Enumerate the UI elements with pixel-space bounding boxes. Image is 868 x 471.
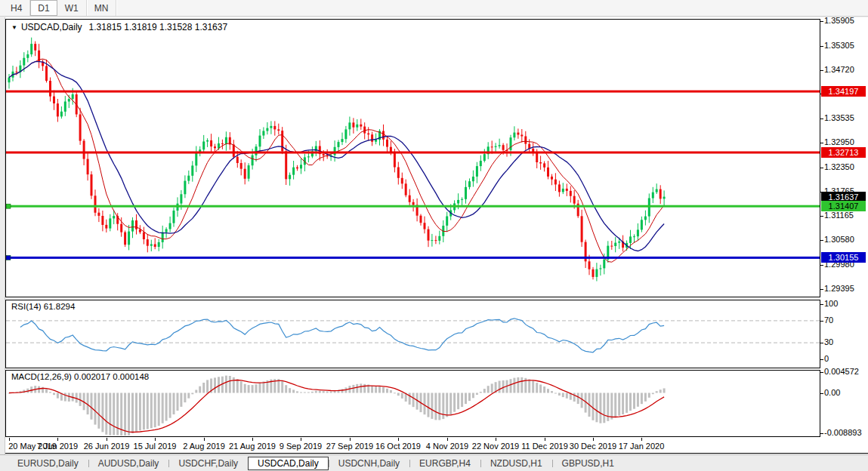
date-axis-tickmark: [301, 438, 301, 441]
date-axis-tickmark: [155, 438, 156, 441]
macd-axis-tickmark: [820, 393, 823, 394]
price-axis-tick: 1.33535: [824, 113, 854, 122]
price-axis-tickmark: [820, 21, 823, 22]
price-axis-tickmark: [820, 265, 823, 266]
date-axis-tickmark: [398, 438, 399, 441]
date-axis-tickmark: [204, 438, 205, 441]
macd-axis-tick: 0.00: [824, 388, 840, 397]
price-axis-tick: 1.30580: [824, 235, 854, 244]
timeframe-button-d1[interactable]: D1: [30, 0, 57, 16]
date-axis-tickmark: [447, 438, 448, 441]
price-axis-tick: 1.29395: [824, 284, 854, 293]
ma-fast-line: [9, 59, 664, 262]
price-axis-tickmark: [820, 240, 823, 241]
timeframe-button-mn[interactable]: MN: [87, 0, 117, 16]
price-axis-tickmark: [820, 119, 823, 119]
chart-tab-usdcad-daily[interactable]: USDCAD,Daily: [248, 457, 329, 470]
price-axis-tickmark: [820, 168, 823, 168]
rsi-label: RSI(14) 61.8294: [11, 302, 75, 311]
timeframe-toolbar: H4D1W1MN: [0, 0, 868, 17]
date-axis-tickmark: [593, 438, 594, 441]
price-axis-tickmark: [820, 46, 823, 47]
price-axis-tickmark: [820, 70, 823, 71]
macd-axis-tickmark: [820, 433, 823, 434]
candlestick-chart[interactable]: [6, 20, 820, 297]
timeframe-button-h4[interactable]: H4: [3, 0, 30, 16]
price-flag-1.30155: 1.30155: [821, 252, 866, 263]
macd-histogram: [8, 376, 666, 436]
price-axis-tickmark: [820, 143, 823, 143]
price-flag-1.32713: 1.32713: [821, 147, 866, 158]
price-axis-tickmark: [820, 216, 823, 217]
date-axis-tickmark: [107, 438, 107, 441]
rsi-axis-tickmark: [820, 343, 823, 343]
chart-title: ▼USDCAD,Daily1.31815 1.31819 1.31528 1.3…: [11, 22, 227, 32]
chart-tab-gbpusd-h1[interactable]: GBPUSD,H1: [552, 457, 624, 470]
macd-label: MACD(12,26,9) 0.002017 0.000148: [11, 372, 149, 381]
main-chart-panel[interactable]: ▼USDCAD,Daily1.31815 1.31819 1.31528 1.3…: [5, 19, 820, 297]
chart-tab-usdcnh-daily[interactable]: USDCNH,Daily: [329, 457, 409, 470]
chart-tab-eurusd-daily[interactable]: EURUSD,Daily: [8, 457, 88, 470]
price-axis-tick: 1.35905: [824, 16, 854, 25]
price-axis-tick: 1.34720: [824, 65, 854, 74]
macd-panel[interactable]: MACD(12,26,9) 0.002017 0.000148: [5, 370, 820, 437]
date-axis-tickmark: [641, 438, 642, 441]
rsi-axis-tick: 0: [824, 354, 829, 363]
price-axis-tick: 1.31165: [824, 211, 854, 220]
date-axis: 20 May 20197 Jun 201926 Jun 201915 Jul 2…: [5, 438, 868, 454]
chart-ohlc-values: 1.31815 1.31819 1.31528 1.31637: [89, 22, 228, 32]
chart-dropdown-icon[interactable]: ▼: [11, 24, 17, 31]
price-axis-tick: 1.35305: [824, 41, 854, 50]
macd-axis-tick: 0.004572: [824, 367, 859, 376]
date-axis-tickmark: [252, 438, 253, 441]
macd-axis-tick: -0.008893: [824, 428, 862, 437]
chart-tab-audusd-daily[interactable]: AUDUSD,Daily: [88, 457, 169, 470]
horizontal-line-1.34197[interactable]: [6, 91, 820, 93]
date-axis-tickmark: [496, 438, 496, 441]
rsi-axis-tickmark: [820, 304, 823, 305]
window-left-border: [0, 17, 5, 454]
rsi-axis-tickmark: [820, 359, 823, 360]
rsi-axis-tick: 30: [824, 337, 833, 346]
horizontal-line-1.30155[interactable]: [6, 255, 820, 260]
date-axis-label: 17 Jan 2020: [611, 442, 672, 451]
price-axis-tickmark: [820, 289, 823, 290]
chart-tab-eurgbp-h4[interactable]: EURGBP,H4: [409, 457, 480, 470]
ma-slow-line: [9, 62, 664, 251]
price-flag-1.34197: 1.34197: [821, 86, 866, 97]
chart-tab-usdchf-daily[interactable]: USDCHF,Daily: [168, 457, 248, 470]
date-axis-tickmark: [350, 438, 351, 441]
rsi-axis-tick: 100: [824, 299, 838, 308]
rsi-axis-tickmark: [820, 321, 823, 322]
date-axis-tickmark: [57, 438, 58, 441]
chart-tab-nzdusd-h1[interactable]: NZDUSD,H1: [480, 457, 552, 470]
price-flag-1.31407: 1.31407: [821, 201, 866, 211]
price-axis-tick: 1.32350: [824, 162, 854, 171]
rsi-line: [20, 319, 664, 352]
date-axis-tickmark: [9, 438, 10, 441]
chart-symbol-label: USDCAD,Daily: [21, 22, 82, 32]
timeframe-button-w1[interactable]: W1: [57, 0, 87, 16]
horizontal-line-1.32713[interactable]: [6, 152, 820, 154]
rsi-indicator-chart[interactable]: [6, 300, 820, 368]
candles-layer: [8, 38, 666, 282]
chart-tabs-bar: EURUSD,DailyAUDUSD,DailyUSDCHF,DailyUSDC…: [0, 454, 868, 471]
rsi-axis-tick: 70: [824, 316, 833, 325]
macd-axis-tickmark: [820, 372, 823, 373]
date-axis-tickmark: [545, 438, 545, 441]
price-axis-tick: 1.32950: [824, 137, 854, 146]
rsi-panel[interactable]: RSI(14) 61.8294: [5, 300, 820, 368]
